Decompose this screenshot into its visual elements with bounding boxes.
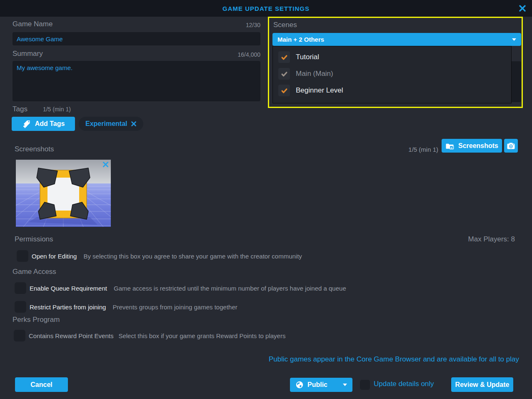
update-details-only-label: Update details only	[374, 380, 434, 388]
cancel-button[interactable]: Cancel	[15, 377, 68, 392]
remove-screenshot-x-icon[interactable]	[102, 161, 109, 169]
reward-points-checkbox[interactable]	[14, 330, 25, 341]
update-details-only-checkbox[interactable]	[360, 380, 370, 390]
dialog-title: GAME UPDATE SETTINGS	[222, 5, 310, 12]
reward-points-label: Contains Reward Point Events	[29, 332, 113, 339]
tags-row: Tags 1/5 (min 1)	[12, 105, 71, 113]
scene-option-main[interactable]: Main (Main)	[273, 65, 511, 82]
checkbox-checked-icon[interactable]	[278, 51, 290, 63]
close-icon[interactable]	[519, 5, 526, 12]
permissions-heading: Permissions	[15, 235, 53, 243]
scene-option-label: Beginner Level	[296, 86, 343, 95]
open-for-editing-row: Open for Editing By selecting this box y…	[17, 250, 302, 262]
title-bar: GAME UPDATE SETTINGS	[0, 0, 532, 17]
scenes-selected-value: Main + 2 Others	[277, 36, 324, 43]
scenes-label: Scenes	[273, 21, 297, 29]
summary-counter: 16/4,000	[238, 51, 261, 58]
tag-pill-experimental[interactable]: Experimental	[79, 117, 143, 131]
restrict-parties-row: Restrict Parties from joining Prevents g…	[15, 301, 237, 313]
restrict-parties-description: Prevents groups from joining games toget…	[112, 304, 237, 311]
globe-icon	[295, 381, 304, 389]
screenshots-label: Screenshots	[15, 145, 54, 153]
add-tags-label: Add Tags	[35, 120, 65, 128]
open-for-editing-checkbox[interactable]	[17, 250, 28, 262]
visibility-dropdown[interactable]: Public	[290, 378, 352, 392]
game-name-input[interactable]	[12, 32, 260, 45]
scene-option-label: Main (Main)	[296, 70, 333, 78]
open-for-editing-description: By selecting this box you agree to share…	[83, 253, 302, 260]
game-access-heading: Game Access	[12, 268, 56, 276]
scene-option-beginner-level[interactable]: Beginner Level	[273, 82, 511, 99]
game-update-settings-dialog: GAME UPDATE SETTINGS Game Name 12/30 Sum…	[0, 0, 532, 399]
screenshots-button-label: Screenshots	[458, 142, 498, 150]
checkbox-checked-icon[interactable]	[278, 85, 290, 96]
summary-row: Summary 16/4,000	[12, 50, 260, 58]
folder-image-icon	[445, 142, 455, 150]
enable-queue-label: Enable Queue Requirement	[30, 285, 107, 292]
add-tags-button[interactable]: Add Tags	[12, 117, 75, 131]
open-for-editing-label: Open for Editing	[32, 253, 77, 260]
reward-points-row: Contains Reward Point Events Select this…	[14, 330, 285, 341]
checkbox-checked-icon	[278, 68, 290, 80]
enable-queue-description: Game access is restricted until the mini…	[114, 285, 346, 292]
restrict-parties-checkbox[interactable]	[15, 301, 26, 313]
screenshots-counter: 1/5 (min 1)	[376, 146, 438, 153]
public-games-notice: Public games appear in the Core Game Bro…	[269, 355, 519, 364]
scenes-option-list: Tutorial Main (Main) Beginner Level	[272, 46, 512, 103]
camera-button[interactable]	[504, 139, 518, 153]
scene-option-tutorial[interactable]: Tutorial	[273, 49, 511, 65]
game-name-label: Game Name	[12, 20, 52, 28]
summary-label: Summary	[12, 50, 43, 58]
screenshots-button[interactable]: Screenshots	[442, 139, 502, 153]
reward-points-description: Select this box if your game grants Rewa…	[118, 332, 285, 339]
screenshot-image	[16, 160, 111, 227]
cancel-label: Cancel	[30, 381, 52, 389]
tag-plus-icon	[22, 119, 31, 128]
caret-down-icon	[343, 384, 347, 386]
review-update-button[interactable]: Review & Update	[451, 377, 513, 392]
remove-tag-x-icon[interactable]	[131, 121, 137, 127]
tags-controls: Add Tags Experimental	[12, 117, 143, 131]
camera-icon	[507, 142, 515, 150]
enable-queue-row: Enable Queue Requirement Game access is …	[15, 282, 346, 294]
screenshot-thumbnail[interactable]	[16, 160, 111, 227]
tags-counter: 1/5 (min 1)	[43, 106, 71, 113]
max-players-label: Max Players: 8	[468, 235, 515, 243]
game-name-row: Game Name 12/30	[12, 20, 260, 28]
restrict-parties-label: Restrict Parties from joining	[30, 304, 106, 311]
review-update-label: Review & Update	[455, 381, 510, 389]
perks-program-heading: Perks Program	[12, 316, 60, 324]
tag-label: Experimental	[85, 120, 127, 128]
enable-queue-checkbox[interactable]	[15, 282, 26, 294]
scenes-dropdown[interactable]: Main + 2 Others	[272, 33, 521, 46]
visibility-value: Public	[307, 381, 327, 389]
scene-option-label: Tutorial	[296, 53, 319, 61]
game-name-counter: 12/30	[246, 22, 260, 28]
caret-down-icon	[512, 38, 516, 41]
scenes-section-highlight: Scenes Main + 2 Others Tutorial	[268, 17, 523, 108]
summary-textarea[interactable]: My awesome game.	[12, 61, 260, 101]
tags-label: Tags	[12, 105, 27, 113]
